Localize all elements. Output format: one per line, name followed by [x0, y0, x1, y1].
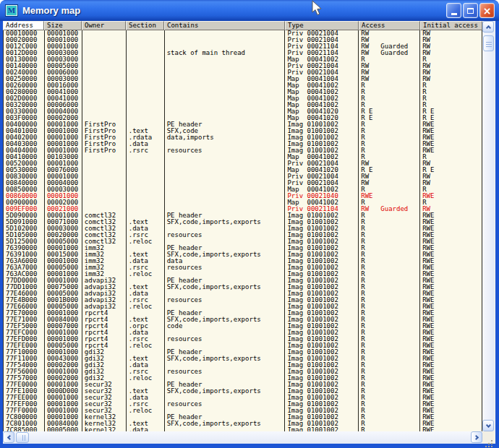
table-row[interactable]: 77DD100000075000advapi32.textSFX,code,im… [4, 284, 482, 290]
column-header-initial-access[interactable]: Initial access [420, 21, 482, 30]
scroll-down-button[interactable] [482, 420, 494, 431]
table-row[interactable]: 0026000000016000Map 00041002RR [4, 82, 482, 89]
table-row[interactable]: 77FF000000001000secur32.relocImag 010010… [4, 408, 482, 414]
table-row[interactable]: 7C80100000084000kernel32.textSFX,code,im… [4, 421, 482, 427]
horizontal-scrollbar[interactable] [3, 431, 482, 444]
table-row[interactable]: 77E4600000005000advapi32.dataImag 010010… [4, 290, 482, 297]
cell-initial-access: RWE [420, 388, 482, 395]
table-row[interactable]: 003F000000002000Map 00041020R ER E [4, 115, 482, 121]
table-row[interactable]: 77F5400000002000gdi32.dataImag 01001002R… [4, 362, 482, 369]
column-header-owner[interactable]: Owner [82, 21, 126, 30]
table-row[interactable]: 0024000000006000Priv 00021004RWRW [4, 69, 482, 76]
table-row[interactable]: 0013000000003000Map 00041002RR [4, 56, 482, 63]
table-row[interactable]: 0084000000004000Priv 00021004RWRW [4, 180, 482, 186]
table-row[interactable]: 77F5700000002000gdi32.relocImag 01001002… [4, 375, 482, 382]
table-row[interactable]: 763A600000001000imm32.datadataImag 01001… [4, 258, 482, 264]
table-row[interactable]: 77EFE00000005000rpcrt4.relocImag 0100100… [4, 343, 482, 349]
table-row[interactable]: 77EF500000007000rpcrt4.orpccodeImag 0100… [4, 323, 482, 329]
cell-contains: PE header [165, 245, 286, 251]
vertical-scroll-thumb[interactable] [483, 35, 494, 51]
table-row[interactable]: 0012D00000003000stack of main threadPriv… [4, 50, 482, 56]
table-row[interactable]: 0083000000001000Priv 00021004RWRW [4, 173, 482, 180]
table-row[interactable]: 77DD000000001000advapi32PE headerImag 01… [4, 277, 482, 284]
table-row[interactable]: 0090000000002000Map 00041002RR [4, 199, 482, 206]
table-row[interactable]: 5D12500000005000comctl32.relocImag 01001… [4, 238, 482, 245]
table-row[interactable]: 7C80000000001000kernel32PE headerImag 01… [4, 414, 482, 421]
table-row[interactable]: 0025000000003000Map 00041004RWRW [4, 76, 482, 82]
table-row[interactable]: 5D10200000003000comctl32.dataImag 010010… [4, 225, 482, 232]
table-row[interactable]: 77E7100000084000rpcrt4.textSFX,code,impo… [4, 316, 482, 323]
table-row[interactable]: 77FE10000000D000secur32.textSFX,code,imp… [4, 388, 482, 395]
cell-owner: gdi32 [82, 349, 127, 356]
column-header-section[interactable]: Section [126, 21, 164, 30]
table-row[interactable]: 77F5600000001000gdi32.rsrcresourcesImag … [4, 369, 482, 375]
table-row[interactable]: 0028000000041000Map 00041002RR [4, 89, 482, 95]
table-row[interactable]: 5D09000000001000comctl32PE headerImag 01… [4, 212, 482, 219]
ollydbg-window-icon[interactable]: M [6, 5, 17, 16]
table-row[interactable]: 77EFC00000001000rpcrt4.dataImag 01001002… [4, 329, 482, 336]
title-bar[interactable]: M Memory map × [0, 0, 499, 21]
table-row[interactable]: 0086000000001000Priv 00021040RWERWE [4, 193, 482, 199]
table-row[interactable]: 77FE000000001000secur32PE headerImag 010… [4, 382, 482, 388]
scroll-right-button[interactable] [471, 431, 482, 443]
table-row[interactable]: 0033000000004000Map 00041020R ER E [4, 108, 482, 115]
scroll-up-button[interactable] [482, 21, 494, 33]
cell-section: .orpc [127, 323, 165, 329]
table-row[interactable]: 77E6600000005000advapi32.relocImag 01001… [4, 303, 482, 310]
column-header-address[interactable]: Address [3, 21, 44, 30]
table-row[interactable]: 5D09100000071000comctl32.textSFX,code,im… [4, 219, 482, 225]
table-row[interactable]: 0041000000103000Map 00041002RR [4, 154, 482, 160]
table-row[interactable]: 0032000000006000Map 00041002RR [4, 102, 482, 108]
table-row[interactable]: 77FEF00000001000secur32.rsrcresourcesIma… [4, 401, 482, 408]
cell-address: 00401000 [4, 128, 45, 134]
table-row[interactable]: 77F1000000001000gdi32PE headerImag 01001… [4, 349, 482, 356]
cell-contains: SFX,code,imports,exports [165, 251, 286, 258]
table-row[interactable]: 0012C00000001000Priv 00021104RW GuardedR… [4, 43, 482, 50]
table-row[interactable]: 0052000000001000Priv 00021004RWRW [4, 160, 482, 167]
column-header-contains[interactable]: Contains [164, 21, 285, 30]
table-row[interactable]: 77F1100000043000gdi32.textSFX,code,impor… [4, 356, 482, 362]
table-row[interactable]: 0002000000001000Priv 00021004RWRW [4, 37, 482, 43]
table-row[interactable]: 002D000000041000Map 00041002RR [4, 95, 482, 102]
cell-type: Imag 01001002 [285, 343, 359, 349]
table-row[interactable]: 0085000000003000Map 00041002RR [4, 186, 482, 193]
table-row[interactable]: 7639000000001000imm32PE headerImag 01001… [4, 245, 482, 251]
table-row[interactable]: 77E4B0000001B000advapi32.rsrcresourcesIm… [4, 297, 482, 303]
cell-type: Imag 01001002 [285, 388, 359, 395]
cell-access: R [359, 414, 420, 421]
table-row[interactable]: 763AC00000001000imm32.relocImag 01001002… [4, 271, 482, 277]
table-row[interactable]: 0014000000005000Priv 00021004RWRW [4, 63, 482, 69]
minimize-button[interactable] [446, 3, 461, 18]
cell-contains: resources [165, 264, 286, 271]
table-row[interactable]: 763A700000005000imm32.rsrcresourcesImag … [4, 264, 482, 271]
table-row[interactable]: 0040300000001000FirstPro.dataImag 010010… [4, 141, 482, 147]
column-header-access[interactable]: Access [359, 21, 420, 30]
table-row[interactable]: 77FEE00000001000secur32.dataImag 0100100… [4, 395, 482, 401]
close-button[interactable]: × [479, 3, 495, 18]
table-row[interactable]: 0040100000001000FirstPro.textSFX,codeIma… [4, 128, 482, 134]
table-row[interactable]: 5D10500000020000comctl32.rsrcresourcesIm… [4, 232, 482, 238]
cell-size: 00003000 [45, 225, 82, 232]
cell-section [127, 349, 165, 356]
resize-grip[interactable] [491, 440, 492, 441]
cell-size: 00005000 [45, 303, 82, 310]
table-row[interactable]: 7639100000015000imm32.textSFX,code,impor… [4, 251, 482, 258]
table-row[interactable]: 77EFD00000001000rpcrt4.rsrcresourcesImag… [4, 336, 482, 343]
cell-section [127, 76, 165, 82]
table-row[interactable]: 009EF00000021000Priv 00021104RW GuardedR… [4, 206, 482, 212]
scroll-left-button[interactable] [3, 431, 14, 443]
cell-contains [165, 238, 286, 245]
horizontal-scroll-thumb[interactable] [16, 432, 29, 443]
table-row[interactable]: 0040000000001000FirstProPE headerImag 01… [4, 121, 482, 128]
cell-initial-access: RWE [420, 147, 482, 154]
table-row[interactable]: 0053000000076000Map 00041020R ER E [4, 167, 482, 173]
cell-owner: rpcrt4 [82, 336, 127, 343]
vertical-scrollbar[interactable] [482, 21, 495, 431]
table-row[interactable]: 0040400000001000FirstPro.rsrcresourcesIm… [4, 147, 482, 154]
table-row[interactable]: 0040200000001000FirstPro.rdatadata,impor… [4, 134, 482, 141]
maximize-button[interactable] [463, 3, 478, 18]
table-row[interactable]: 77E7000000001000rpcrt4PE headerImag 0100… [4, 310, 482, 316]
column-header-type[interactable]: Type [285, 21, 359, 30]
table-row[interactable]: 0001000000001000Priv 00021004RWRW [4, 30, 482, 37]
column-header-size[interactable]: Size [44, 21, 82, 30]
